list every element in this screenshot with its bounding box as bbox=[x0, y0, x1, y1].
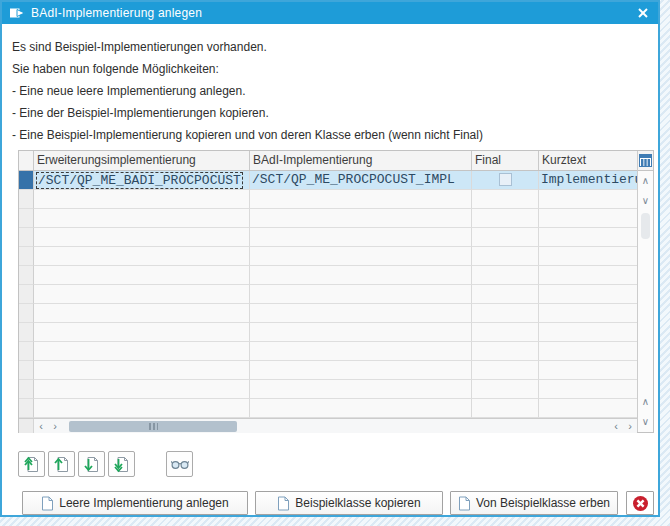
hscroll-thumb[interactable] bbox=[69, 421, 237, 432]
cell-badi-implementierung bbox=[250, 266, 472, 285]
row-selector[interactable] bbox=[19, 342, 34, 361]
cell-erweiterungsimplementierung bbox=[34, 285, 250, 304]
next-page-button[interactable] bbox=[78, 451, 105, 477]
cell-kurztext bbox=[539, 361, 637, 380]
scrollbar-corner bbox=[19, 419, 34, 433]
button-label: Leere Implementierung anlegen bbox=[59, 496, 228, 510]
table-row-selected[interactable]: /SCT/QP_ME_BADI_PROCPOCUST /SCT/QP_ME_PR… bbox=[19, 171, 637, 190]
cell-erweiterungsimplementierung[interactable]: /SCT/QP_ME_BADI_PROCPOCUST bbox=[34, 171, 250, 190]
dialog-titlebar[interactable]: BAdI-Implementierung anlegen bbox=[2, 2, 658, 24]
focused-cell-value[interactable]: /SCT/QP_ME_BADI_PROCPOCUST bbox=[36, 172, 243, 189]
cell-erweiterungsimplementierung bbox=[34, 228, 250, 247]
table-settings-icon[interactable] bbox=[638, 151, 653, 171]
row-selector[interactable] bbox=[19, 209, 34, 228]
table-row[interactable] bbox=[19, 285, 637, 304]
cell-kurztext bbox=[539, 399, 637, 418]
final-checkbox[interactable] bbox=[499, 173, 512, 186]
chevron-down-icon[interactable]: ∨ bbox=[638, 191, 653, 211]
table-row[interactable] bbox=[19, 323, 637, 342]
cell-badi-implementierung bbox=[250, 285, 472, 304]
vscroll-track[interactable] bbox=[638, 241, 653, 392]
cell-kurztext bbox=[539, 304, 637, 323]
document-icon bbox=[458, 496, 471, 511]
cell-erweiterungsimplementierung bbox=[34, 266, 250, 285]
close-icon[interactable] bbox=[635, 5, 651, 21]
row-selector[interactable] bbox=[19, 380, 34, 399]
first-page-button[interactable] bbox=[18, 451, 45, 477]
previous-page-button[interactable] bbox=[48, 451, 75, 477]
table-row[interactable] bbox=[19, 342, 637, 361]
last-page-button[interactable] bbox=[108, 451, 135, 477]
chevron-down-icon[interactable]: ∨ bbox=[638, 412, 653, 432]
cell-kurztext[interactable]: Implementierung bbox=[539, 171, 637, 190]
button-label: Beispielklasse kopieren bbox=[295, 496, 420, 510]
column-header-kurztext[interactable]: Kurztext bbox=[539, 151, 637, 170]
cancel-button[interactable] bbox=[626, 491, 654, 515]
hscroll-track[interactable] bbox=[65, 421, 606, 432]
chevron-up-icon[interactable]: ∧ bbox=[638, 392, 653, 412]
cell-kurztext bbox=[539, 209, 637, 228]
cancel-icon bbox=[632, 495, 649, 512]
table-row[interactable] bbox=[19, 228, 637, 247]
cell-erweiterungsimplementierung bbox=[34, 304, 250, 323]
row-selector[interactable] bbox=[19, 247, 34, 266]
cell-kurztext bbox=[539, 247, 637, 266]
table-row[interactable] bbox=[19, 190, 637, 209]
column-header-erweiterungsimplementierung[interactable]: Erweiterungsimplementierung bbox=[34, 151, 250, 170]
badi-dialog-window: BAdI-Implementierung anlegen Es sind Bei… bbox=[0, 0, 660, 517]
copy-sample-class-button[interactable]: Beispielklasse kopieren bbox=[255, 491, 443, 515]
desktop-background: BAdI-Implementierung anlegen Es sind Bei… bbox=[0, 0, 670, 526]
table-row[interactable] bbox=[19, 399, 637, 418]
table-row[interactable] bbox=[19, 304, 637, 323]
vscroll-thumb[interactable] bbox=[641, 213, 650, 239]
row-selector[interactable] bbox=[19, 361, 34, 380]
table-row[interactable] bbox=[19, 247, 637, 266]
cell-erweiterungsimplementierung bbox=[34, 380, 250, 399]
table-row[interactable] bbox=[19, 380, 637, 399]
intro-line: Sie haben nun folgende Möglichkeiten: bbox=[12, 58, 483, 80]
thumb-grip bbox=[149, 423, 158, 430]
button-label: Von Beispielklasse erben bbox=[476, 496, 610, 510]
chevron-left-icon[interactable]: ‹ bbox=[34, 420, 48, 433]
cell-erweiterungsimplementierung bbox=[34, 342, 250, 361]
cell-badi-implementierung bbox=[250, 323, 472, 342]
cell-badi-implementierung bbox=[250, 190, 472, 209]
table-row[interactable] bbox=[19, 361, 637, 380]
table-row[interactable] bbox=[19, 209, 637, 228]
cell-badi-implementierung bbox=[250, 228, 472, 247]
cell-badi-implementierung[interactable]: /SCT/QP_ME_PROCPOCUST_IMPL bbox=[250, 171, 472, 190]
cell-final bbox=[472, 247, 539, 266]
cell-final bbox=[472, 266, 539, 285]
create-empty-implementation-button[interactable]: Leere Implementierung anlegen bbox=[22, 491, 248, 515]
page-up-icon bbox=[53, 456, 70, 473]
cell-badi-implementierung bbox=[250, 209, 472, 228]
display-button[interactable] bbox=[166, 451, 193, 477]
page-double-up-icon bbox=[23, 456, 40, 473]
chevron-left-icon[interactable]: ‹ bbox=[609, 420, 623, 433]
row-selector[interactable] bbox=[19, 399, 34, 418]
row-selector[interactable] bbox=[19, 285, 34, 304]
table-row[interactable] bbox=[19, 266, 637, 285]
table-toolbar bbox=[18, 451, 196, 477]
column-header-final[interactable]: Final bbox=[472, 151, 539, 170]
glasses-icon bbox=[171, 458, 189, 470]
row-selector[interactable] bbox=[19, 266, 34, 285]
row-selector[interactable] bbox=[19, 171, 34, 190]
horizontal-scrollbar[interactable]: ‹ › ‹ › bbox=[19, 418, 637, 433]
dialog-window-icon bbox=[9, 6, 25, 20]
cell-erweiterungsimplementierung bbox=[34, 190, 250, 209]
row-selector[interactable] bbox=[19, 304, 34, 323]
vertical-scrollbar[interactable]: ∧ ∨ ∧ ∨ bbox=[637, 151, 653, 432]
row-selector[interactable] bbox=[19, 190, 34, 209]
row-selector[interactable] bbox=[19, 323, 34, 342]
cell-badi-implementierung bbox=[250, 380, 472, 399]
chevron-right-icon[interactable]: › bbox=[623, 420, 637, 433]
cell-kurztext bbox=[539, 266, 637, 285]
intro-line: - Eine der Beispiel-Implementierungen ko… bbox=[12, 102, 483, 124]
column-header-badi-implementierung[interactable]: BAdI-Implementierung bbox=[250, 151, 472, 170]
inherit-from-sample-class-button[interactable]: Von Beispielklasse erben bbox=[450, 491, 618, 515]
chevron-right-icon[interactable]: › bbox=[48, 420, 62, 433]
row-selector[interactable] bbox=[19, 228, 34, 247]
chevron-up-icon[interactable]: ∧ bbox=[638, 171, 653, 191]
cell-final bbox=[472, 171, 539, 190]
